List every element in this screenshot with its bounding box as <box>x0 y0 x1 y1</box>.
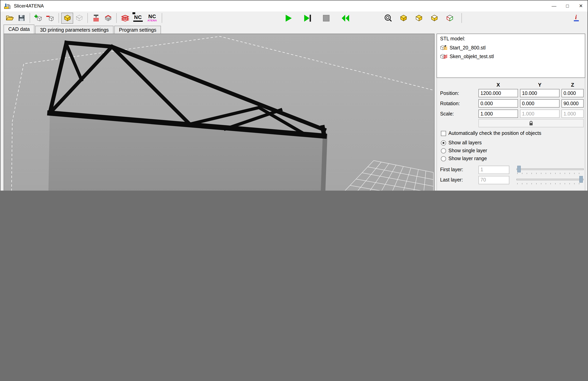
slice-model-icon <box>92 14 100 22</box>
play-to-end-button[interactable] <box>300 12 314 23</box>
view-cube-4-icon <box>445 14 454 22</box>
info-icon: i <box>572 14 580 22</box>
stl-model-title: STL model: <box>440 36 465 42</box>
radio-show-all-layers[interactable]: Show all layers <box>441 140 482 146</box>
slider-ticks <box>517 173 583 174</box>
column-z: Z <box>562 82 584 88</box>
remove-model-button[interactable] <box>44 12 56 23</box>
stl-list-item[interactable]: Start_20_800.stl <box>440 45 485 51</box>
layers-button[interactable] <box>119 12 131 23</box>
stop-button[interactable] <box>319 12 333 23</box>
solid-view-icon <box>63 14 71 22</box>
toolbar-separator <box>59 13 59 23</box>
rewind-icon <box>341 14 350 22</box>
add-model-icon <box>34 14 42 22</box>
nc-atena-export-button[interactable]: NC ATENA <box>145 12 159 23</box>
slider-ticks <box>517 183 583 184</box>
stl-list-item[interactable]: Sken_objekt_test.stl <box>440 53 494 60</box>
view-cube-1-button[interactable] <box>398 12 409 23</box>
open-button[interactable] <box>3 12 15 23</box>
app-window: Slicer4ATENA — □ ✕ <box>0 0 588 190</box>
xyz-headers: X Y Z <box>479 82 584 88</box>
radio-show-single-layer[interactable]: Show single layer <box>441 148 487 153</box>
last-layer-row: Last layer: <box>440 176 584 184</box>
tab-cad-data[interactable]: CAD data <box>3 24 34 34</box>
radio-button <box>441 148 446 153</box>
titlebar: Slicer4ATENA — □ ✕ <box>0 0 588 11</box>
view-cube-2-icon <box>415 14 423 22</box>
slider-thumb <box>517 166 521 172</box>
view-cube-2-button[interactable] <box>413 12 425 23</box>
save-button[interactable] <box>15 12 27 23</box>
app-icon <box>4 2 11 9</box>
scale-y-input <box>520 109 560 118</box>
view-cube-3-button[interactable] <box>428 12 440 23</box>
slice-settings-button[interactable] <box>102 12 114 23</box>
first-layer-input <box>479 166 509 174</box>
position-row: Position: <box>440 89 584 97</box>
first-layer-row: First layer: <box>440 165 584 174</box>
first-layer-slider <box>516 165 584 174</box>
stl-panel: STL model: Start_20_800.stl Sken_objekt_… <box>437 34 585 190</box>
toolbar-separator <box>162 13 162 23</box>
play-button[interactable] <box>282 12 295 23</box>
scale-lock-button[interactable] <box>479 119 584 127</box>
rotation-row: Rotation: <box>440 99 584 107</box>
solid-view-button[interactable] <box>61 12 73 23</box>
radio-button <box>441 156 446 161</box>
view-cube-4-button[interactable] <box>444 12 456 23</box>
rotation-y-input[interactable] <box>520 99 560 107</box>
scale-row: Scale: <box>440 109 584 118</box>
radio-button-selected <box>441 140 446 145</box>
viewport-3d[interactable] <box>3 34 435 190</box>
toolbar: NC NC ATENA <box>0 11 588 24</box>
save-icon <box>17 14 25 22</box>
scale-z-input <box>562 109 584 118</box>
maximize-button[interactable]: □ <box>561 1 574 11</box>
add-model-button[interactable] <box>32 12 44 23</box>
svg-text:i: i <box>575 14 577 21</box>
play-to-end-icon <box>303 14 312 22</box>
radio-show-layer-range[interactable]: Show layer range <box>441 156 487 161</box>
stop-icon <box>322 14 331 22</box>
info-button[interactable]: i <box>570 12 582 23</box>
position-label: Position: <box>440 90 479 96</box>
checkbox-box <box>441 131 446 136</box>
stl-start-icon <box>440 45 448 51</box>
rotation-x-input[interactable] <box>479 99 518 107</box>
close-button[interactable]: ✕ <box>574 1 588 11</box>
scale-label: Scale: <box>440 111 479 116</box>
minimize-button[interactable]: — <box>547 1 561 11</box>
slice-model-button[interactable] <box>90 12 102 23</box>
toolbar-separator <box>30 13 30 23</box>
tab-program-settings[interactable]: Program settings <box>114 26 161 34</box>
auto-check-position-checkbox[interactable]: Automatically check the position of obje… <box>441 130 541 136</box>
position-z-input[interactable] <box>562 89 584 97</box>
zoom-reset-icon <box>384 14 392 22</box>
last-layer-slider <box>516 176 584 184</box>
open-icon <box>5 14 14 22</box>
slider-thumb <box>579 176 583 183</box>
transparent-view-icon <box>75 14 83 22</box>
tab-bar: CAD data 3D printing parameters settings… <box>3 24 162 34</box>
last-layer-input <box>479 176 509 184</box>
zoom-reset-button[interactable] <box>382 12 394 23</box>
window-title: Slicer4ATENA <box>14 3 44 9</box>
toolbar-separator <box>116 13 117 23</box>
stl-scan-icon <box>440 53 448 60</box>
stl-model-listbox[interactable]: STL model: Start_20_800.stl Sken_objekt_… <box>437 34 585 78</box>
position-y-input[interactable] <box>520 89 560 97</box>
transparent-view-button[interactable] <box>73 12 85 23</box>
tab-3d-printing-parameters[interactable]: 3D printing parameters settings <box>35 26 113 34</box>
toolbar-separator <box>87 13 88 23</box>
rewind-button[interactable] <box>338 12 352 23</box>
column-x: X <box>479 82 518 88</box>
scale-x-input[interactable] <box>479 109 518 118</box>
view-cube-1-icon <box>399 14 407 22</box>
slider-track <box>516 179 584 180</box>
nc-export-button[interactable]: NC <box>131 12 145 23</box>
rotation-z-input[interactable] <box>562 99 584 107</box>
position-x-input[interactable] <box>479 89 518 97</box>
first-layer-label: First layer: <box>440 167 479 172</box>
column-y: Y <box>520 82 560 88</box>
